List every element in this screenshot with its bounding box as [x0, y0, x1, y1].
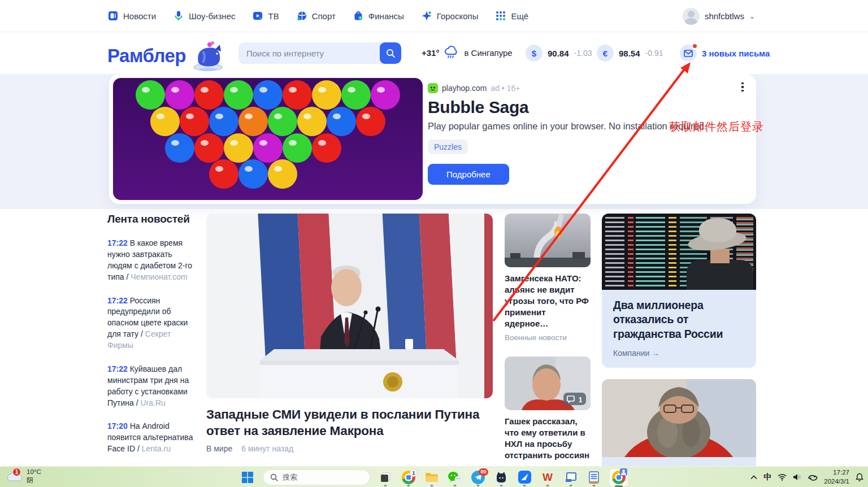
feed-item[interactable]: 17:22 В какое время нужно завтракать люд… [107, 238, 199, 283]
telegram-taskbar-icon[interactable]: 00 [470, 469, 486, 486]
feed-item-time: 17:22 [107, 296, 128, 305]
volume-tray-icon[interactable] [793, 473, 801, 481]
windows-taskbar: 1 10°C 阴 1 [0, 466, 868, 487]
usd-rate[interactable]: $ 90.84 -1.03 [526, 45, 592, 62]
nav-item-label: Гороскопы [437, 11, 479, 21]
millionaires-card[interactable]: Два миллионера отказались от гражданства… [602, 214, 756, 368]
ad-source-link[interactable]: playhop.com [442, 84, 487, 93]
ad-banner-image[interactable] [113, 78, 423, 200]
chrome-icon [612, 471, 626, 484]
departure-board-image [602, 214, 756, 290]
logo-cat-illustration [189, 40, 227, 72]
finance-bag-icon [353, 10, 364, 21]
chevron-up-icon [750, 475, 757, 480]
nav-item-news[interactable]: Новости [107, 10, 156, 21]
nato-news-title[interactable]: Замгенсека НАТО: альянс не видит угрозы … [505, 273, 591, 329]
nav-item-more[interactable]: Ещё [495, 10, 528, 21]
search-bar [238, 42, 401, 64]
window-app-icon[interactable] [563, 469, 579, 486]
top-navigation: Новости Шоу-бизнес ТВ Спорт Финансы Горо… [0, 0, 868, 32]
notifications-button[interactable] [856, 473, 863, 481]
taskbar-weather-temp: 10°C [27, 468, 41, 475]
speaker-icon [793, 473, 801, 481]
nav-item-label: Финансы [368, 11, 404, 21]
mail-notification-dot [692, 43, 698, 49]
system-tray: 中 17:27 2024/3/1 [750, 467, 863, 487]
taskbar-weather-widget[interactable]: 1 10°C 阴 [6, 468, 41, 485]
user-menu[interactable]: shnfcbtlws ⌄ [683, 0, 755, 32]
main-article: Западные СМИ увидели в послании Путина о… [206, 214, 493, 453]
task-view-icon [379, 471, 392, 484]
ime-indicator[interactable]: 中 [763, 472, 771, 482]
main-article-category[interactable]: В мире [206, 444, 232, 453]
sync-arrows-icon [808, 473, 818, 481]
search-button[interactable] [380, 42, 401, 64]
task-view-button[interactable] [377, 469, 393, 486]
feed-item[interactable]: 17:22 Куйвашев дал министрам три дня на … [107, 364, 199, 409]
feed-item[interactable]: 17:20 На Android появится альтернатива F… [107, 421, 199, 455]
rambler-logo[interactable]: Рамблер [107, 40, 227, 72]
ad-options-menu[interactable] [737, 80, 748, 94]
wasserman-image [602, 379, 756, 457]
nav-item-finance[interactable]: Финансы [353, 10, 404, 21]
main-article-title[interactable]: Западные СМИ увидели в послании Путина о… [206, 407, 493, 439]
feed-item-source: Ura.Ru [140, 398, 165, 407]
weather-widget[interactable]: +31° в Сингапуре [422, 46, 513, 59]
nav-item-showbiz[interactable]: Шоу-бизнес [173, 10, 235, 21]
feed-item-time: 17:20 [107, 421, 128, 431]
wifi-tray-icon[interactable] [778, 473, 787, 481]
chrome-taskbar-icon[interactable]: 1 [401, 469, 416, 486]
wechat-taskbar-icon[interactable] [447, 469, 463, 486]
nav-item-label: Шоу-бизнес [189, 11, 235, 21]
black-cat-icon [495, 471, 507, 484]
nav-item-horoscope[interactable]: Гороскопы [421, 10, 479, 21]
usd-value: 90.84 [548, 49, 569, 58]
nav-item-tv[interactable]: ТВ [252, 10, 279, 21]
windows-logo-icon [241, 471, 254, 484]
millionaires-title[interactable]: Два миллионера отказались от гражданства… [613, 298, 745, 341]
nato-news-category[interactable]: Военные новости [505, 333, 591, 342]
start-button[interactable] [240, 469, 255, 486]
taskbar-search-box[interactable] [263, 469, 370, 485]
grid-more-icon [495, 10, 506, 21]
chevron-down-icon: ⌄ [749, 12, 755, 20]
wps-office-icon[interactable]: W [540, 469, 555, 486]
chrome-active-window[interactable] [609, 468, 628, 486]
cat-app-icon[interactable] [493, 469, 509, 486]
taskbar-search-input[interactable] [283, 473, 350, 481]
notepad-app-icon[interactable] [586, 469, 602, 486]
hockey-news-title[interactable]: Гашек рассказал, что ему ответили в НХЛ … [505, 416, 591, 461]
tv-icon [252, 10, 263, 21]
nav-item-label: Спорт [312, 11, 336, 21]
millionaires-category-link[interactable]: Компании → [613, 349, 745, 358]
wing-app-icon[interactable] [517, 469, 532, 486]
main-article-image[interactable] [206, 214, 493, 398]
file-explorer-icon[interactable] [424, 469, 440, 486]
main-article-time: 6 минут назад [241, 444, 293, 453]
nav-item-sport[interactable]: Спорт [296, 10, 336, 21]
rain-cloud-icon [444, 46, 459, 59]
eur-rate[interactable]: € 98.54 -0.91 [597, 45, 663, 62]
mail-widget[interactable]: 3 новых письма [680, 45, 770, 62]
news-icon [107, 10, 119, 21]
ad-title[interactable]: Bubble Saga [428, 98, 733, 117]
taskbar-weather-condition: 阴 [27, 477, 33, 484]
user-name: shnfcbtlws [705, 11, 744, 21]
tray-expand-button[interactable] [750, 475, 757, 480]
nav-item-label: ТВ [268, 11, 279, 21]
weather-temp: +31° [422, 48, 439, 58]
taskbar-clock[interactable]: 17:27 2024/3/1 [824, 468, 849, 486]
ad-description: Play popular games online in your browse… [428, 121, 733, 132]
search-input[interactable] [238, 49, 380, 58]
sport-ball-icon [296, 10, 307, 21]
notepad-icon [588, 471, 600, 484]
nato-news-image[interactable] [505, 214, 591, 267]
ad-tag-puzzles[interactable]: Puzzles [428, 140, 468, 154]
ad-cta-button[interactable]: Подробнее [428, 164, 509, 185]
telegram-icon: 00 [471, 471, 485, 484]
chrome-icon: 1 [402, 471, 415, 484]
hockey-news-image[interactable]: 1 [505, 356, 591, 410]
device-sync-tray-icon[interactable] [808, 473, 818, 481]
feed-item[interactable]: 17:22 Россиян предупредили об опасном цв… [107, 295, 199, 351]
usd-change: -1.03 [574, 49, 592, 58]
